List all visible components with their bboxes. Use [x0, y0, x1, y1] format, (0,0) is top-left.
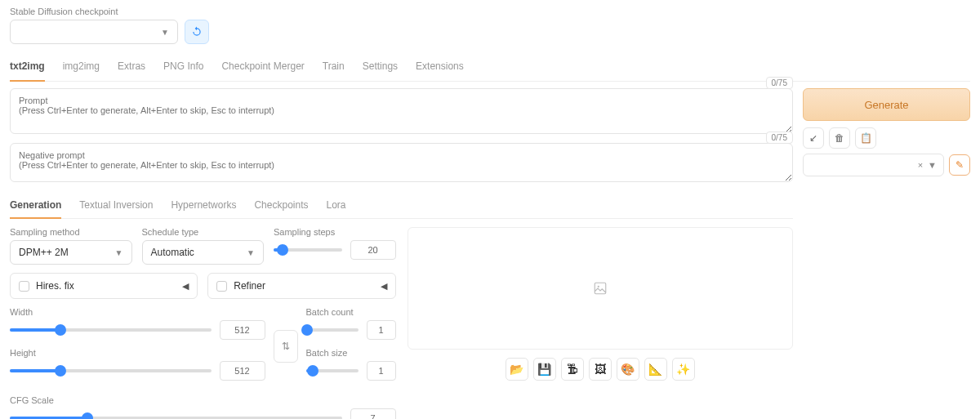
chevron-down-icon: ▼ [928, 160, 937, 170]
cfg-value[interactable] [350, 408, 396, 419]
apply-styles-button[interactable]: 📋 [855, 127, 876, 149]
image-placeholder-icon [593, 281, 608, 296]
generate-button[interactable]: Generate [803, 88, 970, 121]
send-img2img-button[interactable]: 🖼 [589, 358, 612, 381]
schedule-type-select[interactable]: Automatic ▼ [142, 240, 265, 265]
refiner-label: Refiner [234, 280, 265, 292]
save-button[interactable]: 💾 [533, 358, 556, 381]
zip-button[interactable]: 🗜 [561, 358, 584, 381]
svg-point-1 [597, 286, 599, 288]
tab-extensions[interactable]: Extensions [416, 56, 464, 81]
expand-icon: ◀ [381, 281, 387, 292]
tab-settings[interactable]: Settings [363, 56, 398, 81]
edit-styles-button[interactable]: ✎ [949, 154, 970, 176]
batch-size-slider[interactable] [306, 369, 359, 372]
refiner-toggle[interactable]: Refiner ◀ [207, 273, 395, 299]
sampling-method-select[interactable]: DPM++ 2M ▼ [10, 240, 132, 265]
sampling-steps-label: Sampling steps [274, 227, 396, 237]
hires-fix-label: Hires. fix [36, 280, 74, 292]
neg-prompt-input[interactable] [10, 143, 793, 182]
send-upscale-button[interactable]: ✨ [672, 358, 695, 381]
chevron-down-icon: ▼ [115, 248, 123, 257]
output-preview [408, 227, 794, 350]
hires-fix-toggle[interactable]: Hires. fix ◀ [10, 273, 198, 299]
batch-count-value[interactable] [367, 320, 396, 340]
batch-count-label: Batch count [306, 307, 396, 317]
send-extras-button[interactable]: 📐 [644, 358, 667, 381]
height-slider[interactable] [10, 369, 212, 372]
swap-dimensions-button[interactable]: ⇅ [274, 330, 298, 363]
sub-tabs: GenerationTextual InversionHypernetworks… [10, 194, 793, 219]
open-folder-button[interactable]: 📂 [506, 358, 528, 381]
cfg-label: CFG Scale [10, 395, 396, 405]
styles-select[interactable]: × ▼ [803, 154, 944, 176]
chevron-down-icon: ▼ [161, 28, 169, 37]
height-label: Height [10, 348, 265, 358]
batch-size-label: Batch size [306, 348, 396, 358]
height-value[interactable] [220, 361, 265, 381]
tab-png-info[interactable]: PNG Info [163, 56, 203, 81]
tab-extras[interactable]: Extras [118, 56, 145, 81]
prompt-input[interactable] [10, 88, 793, 134]
refresh-checkpoint-button[interactable] [185, 20, 209, 44]
tab-txt2img[interactable]: txt2img [10, 56, 45, 82]
interrogate-clip-button[interactable]: ↙ [803, 127, 824, 149]
sampling-steps-slider[interactable] [274, 248, 342, 252]
batch-count-slider[interactable] [306, 328, 359, 332]
batch-size-value[interactable] [367, 361, 396, 381]
send-inpaint-button[interactable]: 🎨 [617, 358, 639, 381]
width-label: Width [10, 307, 265, 317]
svg-rect-0 [595, 283, 606, 294]
sampling-method-value: DPM++ 2M [19, 247, 69, 258]
tab-train[interactable]: Train [323, 56, 345, 81]
checkpoint-label: Stable Diffusion checkpoint [10, 7, 178, 16]
clear-styles-icon[interactable]: × [918, 160, 923, 170]
hires-fix-checkbox[interactable] [19, 281, 29, 292]
refiner-checkbox[interactable] [216, 281, 227, 292]
subtab-lora[interactable]: Lora [326, 194, 345, 218]
refresh-icon [191, 26, 203, 38]
expand-icon: ◀ [182, 281, 189, 292]
sampling-steps-value[interactable] [350, 240, 396, 260]
width-value[interactable] [220, 320, 265, 340]
schedule-type-value: Automatic [151, 247, 194, 258]
clear-prompt-button[interactable]: 🗑 [829, 127, 850, 149]
subtab-checkpoints[interactable]: Checkpoints [254, 194, 308, 218]
neg-prompt-counter: 0/75 [766, 131, 793, 144]
subtab-textual-inversion[interactable]: Textual Inversion [79, 194, 153, 218]
schedule-type-label: Schedule type [142, 227, 265, 237]
chevron-down-icon: ▼ [247, 248, 255, 257]
subtab-generation[interactable]: Generation [10, 194, 61, 219]
prompt-counter: 0/75 [766, 77, 793, 89]
width-slider[interactable] [10, 328, 212, 332]
checkpoint-select[interactable]: ▼ [10, 20, 178, 44]
tab-img2img[interactable]: img2img [63, 56, 100, 81]
sampling-method-label: Sampling method [10, 227, 132, 237]
main-tabs: txt2imgimg2imgExtrasPNG InfoCheckpoint M… [10, 56, 970, 82]
subtab-hypernetworks[interactable]: Hypernetworks [171, 194, 236, 218]
tab-checkpoint-merger[interactable]: Checkpoint Merger [221, 56, 304, 81]
